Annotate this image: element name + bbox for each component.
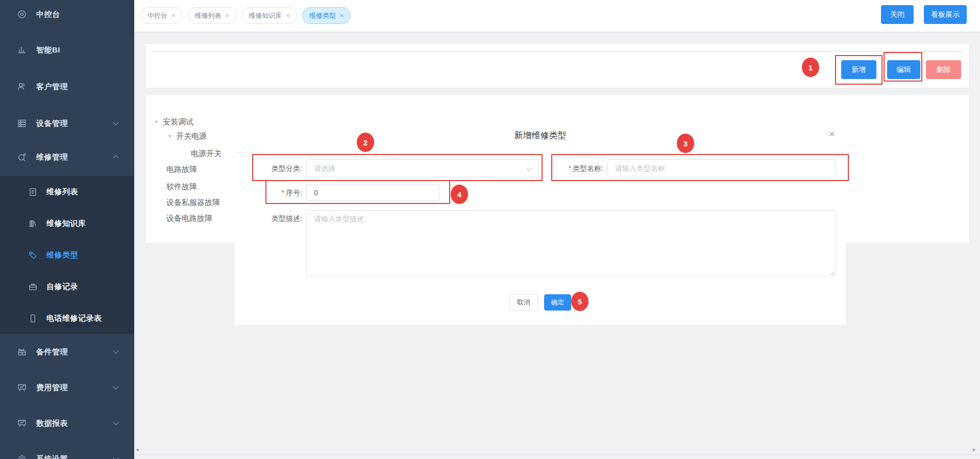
users-icon — [17, 82, 27, 92]
sidebar-item-self-repair[interactable]: 自修记录 — [0, 271, 134, 302]
magnifier-icon — [17, 152, 27, 162]
sidebar-item-settings[interactable]: 系统设置 — [0, 445, 134, 459]
scroll-left-icon[interactable]: ◂ — [136, 446, 139, 453]
tree-node-power-switch[interactable]: 电源开关 — [191, 147, 222, 160]
sidebar: 中控台 智能BI 客户管理 设备管理 维修管理 维修列表 维修知识库 维修类型 — [0, 0, 134, 459]
sidebar-item-label: 系统设置 — [36, 454, 68, 459]
tree-expand-icon[interactable]: ▼ — [154, 119, 159, 124]
tree-node-switch-power[interactable]: ▼ 开关电源 — [167, 130, 207, 142]
close-page-button[interactable]: 关闭 — [881, 5, 914, 24]
tab-label: 中控台 — [148, 11, 167, 20]
tab-console[interactable]: 中控台 × — [140, 7, 183, 24]
sidebar-item-label: 维修知识库 — [46, 219, 86, 228]
name-field-label: *类型名称: — [541, 164, 603, 173]
sidebar-item-label: 维修管理 — [36, 152, 68, 162]
chevron-down-icon — [113, 455, 118, 459]
topbar: 中控台 × 维修列表 × 维修知识库 × 维修类型 × 关闭 看板展示 — [134, 0, 980, 32]
console-icon — [17, 9, 27, 19]
tree-node-circuit-fault[interactable]: 电路故障 — [166, 163, 197, 175]
toolbar-card: 新增 编辑 删除 — [146, 44, 969, 88]
seq-field-label: *序号: — [235, 189, 302, 198]
tree-node-label: 设备私服器故障 — [166, 198, 220, 208]
chevron-down-icon — [113, 384, 118, 389]
tree-node-label: 电源开关 — [191, 149, 222, 159]
sidebar-item-knowledge-base[interactable]: 维修知识库 — [0, 208, 134, 239]
tab-close-icon[interactable]: × — [226, 12, 230, 19]
add-repair-type-dialog: 新增维修类型 × 类型分类: *类型名称: *序号: 类型描述: 取消 确定 — [235, 121, 846, 325]
bar-chart-icon — [17, 45, 27, 55]
tree-node-device-circuit-fault[interactable]: 设备电路故障 — [166, 212, 212, 224]
sidebar-item-reports[interactable]: 数据报表 — [0, 409, 134, 438]
sidebar-item-label: 中控台 — [36, 10, 60, 19]
tab-knowledge-base[interactable]: 维修知识库 × — [241, 7, 297, 24]
desc-field-label: 类型描述: — [235, 214, 302, 223]
sidebar-item-label: 设备管理 — [36, 119, 68, 129]
sidebar-item-bi[interactable]: 智能BI — [0, 36, 134, 64]
category-select[interactable] — [306, 159, 538, 177]
tree-node-install-debug[interactable]: ▼ 安装调试 — [154, 116, 193, 128]
scroll-right-icon[interactable]: ▸ — [973, 446, 976, 453]
card-top-divider — [153, 51, 962, 52]
chevron-up-icon — [113, 155, 118, 161]
tree-node-label: 软件故障 — [166, 182, 197, 192]
tree-node-label: 安装调试 — [163, 117, 193, 127]
sequence-input[interactable] — [306, 185, 439, 201]
dialog-close-icon[interactable]: × — [829, 130, 835, 139]
books-icon — [28, 219, 38, 228]
mobile-phone-icon — [28, 314, 38, 323]
sidebar-item-repair-list[interactable]: 维修列表 — [0, 176, 134, 208]
sidebar-item-phone-records[interactable]: 电话维修记录表 — [0, 302, 134, 334]
sidebar-item-label: 电话维修记录表 — [46, 314, 102, 323]
tab-repair-list[interactable]: 维修列表 × — [188, 7, 237, 24]
cancel-button[interactable]: 取消 — [509, 294, 538, 311]
chart-board-icon — [17, 382, 27, 393]
add-button[interactable]: 新增 — [841, 60, 876, 79]
sidebar-item-label: 智能BI — [36, 45, 60, 55]
sidebar-item-label: 备件管理 — [36, 347, 68, 357]
toolbox-icon — [17, 347, 27, 357]
tree-node-label: 电路故障 — [166, 165, 197, 174]
tab-label: 维修列表 — [195, 11, 222, 20]
type-description-textarea[interactable] — [306, 210, 836, 276]
sidebar-item-console[interactable]: 中控台 — [0, 0, 134, 29]
repair-submenu: 维修列表 维修知识库 维修类型 自修记录 电话维修记录表 — [0, 176, 134, 334]
tab-label: 维修知识库 — [249, 11, 282, 20]
tab-close-icon[interactable]: × — [286, 12, 290, 19]
confirm-button[interactable]: 确定 — [544, 294, 571, 311]
sidebar-item-repair-type[interactable]: 维修类型 — [0, 239, 134, 271]
sidebar-item-repair[interactable]: 维修管理 — [0, 143, 134, 171]
sidebar-item-label: 数据报表 — [36, 419, 68, 428]
sidebar-item-label: 费用管理 — [36, 383, 68, 393]
chevron-down-icon — [113, 419, 118, 425]
sidebar-item-label: 维修列表 — [46, 187, 78, 197]
sidebar-item-customers[interactable]: 客户管理 — [0, 72, 134, 101]
tag-icon — [28, 250, 38, 260]
gear-icon — [17, 454, 27, 459]
delete-button[interactable]: 删除 — [926, 60, 961, 79]
tab-label: 维修类型 — [309, 11, 336, 20]
board-view-button[interactable]: 看板展示 — [924, 5, 967, 24]
tree-expand-icon[interactable]: ▼ — [167, 134, 172, 139]
sidebar-item-label: 维修类型 — [46, 250, 78, 260]
type-name-input[interactable] — [607, 159, 836, 177]
dialog-header-divider — [235, 152, 846, 153]
tab-close-icon[interactable]: × — [172, 12, 176, 19]
edit-button[interactable]: 编辑 — [887, 60, 920, 79]
required-asterisk: * — [569, 164, 571, 172]
tree-node-software-fault[interactable]: 软件故障 — [166, 181, 197, 193]
chart-board-icon — [17, 418, 27, 428]
sidebar-item-fees[interactable]: 费用管理 — [0, 373, 134, 402]
sidebar-item-spare-parts[interactable]: 备件管理 — [0, 338, 134, 366]
tab-repair-type[interactable]: 维修类型 × — [302, 7, 351, 24]
dialog-title: 新增维修类型 — [235, 130, 846, 141]
document-list-icon — [28, 187, 38, 197]
sidebar-item-devices[interactable]: 设备管理 — [0, 109, 134, 138]
sidebar-item-label: 自修记录 — [46, 282, 78, 292]
category-field-label: 类型分类: — [235, 164, 302, 173]
chevron-down-icon — [113, 119, 118, 125]
tree-node-label: 设备电路故障 — [166, 214, 212, 223]
tab-close-icon[interactable]: × — [340, 12, 344, 19]
horizontal-scrollbar-track — [134, 454, 980, 455]
briefcase-icon — [28, 282, 38, 292]
tree-node-server-fault[interactable]: 设备私服器故障 — [166, 196, 220, 209]
